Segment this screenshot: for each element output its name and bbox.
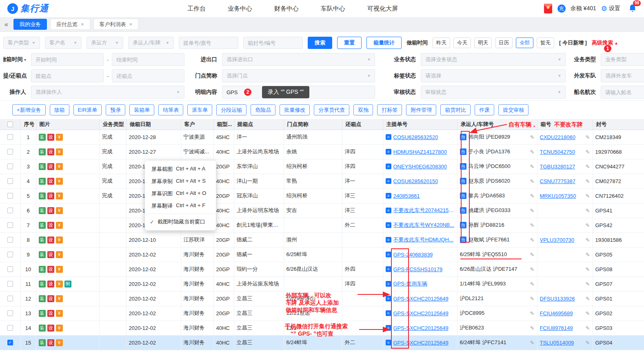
badge-set[interactable]: 设 bbox=[47, 295, 54, 302]
badge-load[interactable]: 装 bbox=[39, 310, 46, 317]
badge-set[interactable]: 设 bbox=[47, 251, 54, 258]
badge-load[interactable]: 装 bbox=[39, 148, 46, 155]
bill-link[interactable]: COSU6285632520 bbox=[393, 134, 438, 140]
bill-link[interactable]: GPS-SXCHC20125649 bbox=[393, 296, 449, 302]
row-checkbox[interactable]: ✓ bbox=[7, 340, 13, 345]
boxing-time-filter-label[interactable]: 做箱时间▾ bbox=[3, 56, 31, 63]
badge-load[interactable]: 装 bbox=[39, 339, 46, 346]
edit-icon[interactable]: ✎ bbox=[586, 134, 590, 140]
row-checkbox[interactable] bbox=[7, 237, 13, 243]
badge-load[interactable]: 装 bbox=[39, 178, 46, 185]
badge-load[interactable]: 装 bbox=[39, 251, 46, 258]
outsource-fleet-select[interactable]: 选择外发车 bbox=[601, 69, 644, 82]
edit-icon[interactable]: ✎ bbox=[530, 237, 535, 243]
bill-link[interactable]: GPS-SXCHC20125649 bbox=[393, 310, 449, 316]
toolbar-button-11[interactable]: 分享货代查 bbox=[314, 104, 349, 115]
toolbar-button-13[interactable]: 打标签 bbox=[377, 104, 402, 115]
reset-button[interactable]: 重置 bbox=[337, 37, 362, 49]
toolbar-button-14[interactable]: 附件管理 bbox=[406, 104, 436, 115]
edit-icon[interactable]: ✎ bbox=[530, 266, 535, 272]
edit-icon[interactable]: ✎ bbox=[530, 325, 535, 331]
edit-icon[interactable]: ✎ bbox=[530, 222, 535, 228]
edit-icon[interactable]: ✎ bbox=[530, 281, 535, 287]
row-checkbox[interactable] bbox=[7, 252, 13, 257]
row1-input-1[interactable] bbox=[179, 37, 238, 49]
toolbar-button-9[interactable]: 危险品 bbox=[251, 104, 275, 115]
row-checkbox[interactable] bbox=[7, 193, 13, 199]
edit-icon[interactable]: ✎ bbox=[530, 296, 535, 302]
edit-icon[interactable]: ✎ bbox=[586, 266, 590, 272]
edit-icon[interactable]: ✎ bbox=[530, 178, 535, 184]
row-checkbox[interactable] bbox=[7, 296, 13, 301]
badge-fee[interactable]: ¥ bbox=[56, 266, 63, 273]
edit-icon[interactable]: ✎ bbox=[586, 208, 590, 214]
badge-set[interactable]: 设 bbox=[47, 237, 54, 243]
red-envelope-icon[interactable] bbox=[544, 3, 553, 14]
toolbar-button-6[interactable]: 结算表 bbox=[158, 104, 183, 115]
edit-icon[interactable]: ✎ bbox=[530, 340, 535, 346]
badge-fee[interactable]: ¥ bbox=[56, 207, 63, 214]
bill-link[interactable]: GPS-SXCHC20125649 bbox=[393, 325, 449, 331]
badge-fee[interactable]: ¥ bbox=[56, 325, 63, 332]
recharge-icon[interactable]: 充 bbox=[557, 4, 566, 13]
box-number-link[interactable]: CXDU2218060 bbox=[540, 134, 584, 140]
bill-link[interactable]: 不要改此车号HDMUQH... bbox=[393, 236, 453, 243]
tag-status-select[interactable]: 请选择▼ bbox=[421, 69, 566, 82]
box-number-link[interactable]: MRKU1057350 bbox=[540, 193, 584, 199]
ctx-menu-item-2[interactable]: 屏幕录制Ctrl + Alt + S bbox=[145, 175, 216, 188]
edit-icon[interactable]: ✎ bbox=[586, 252, 590, 258]
badge-load[interactable]: 装 bbox=[39, 192, 46, 199]
badge-set[interactable]: 设 bbox=[47, 325, 54, 332]
edit-icon[interactable]: ✎ bbox=[586, 340, 590, 346]
bill-link[interactable]: GPS-查询车辆 bbox=[393, 280, 428, 287]
edit-icon[interactable]: ✎ bbox=[586, 178, 590, 184]
gate-select[interactable]: 选择门点▼ bbox=[222, 69, 375, 82]
badge-load[interactable]: 装 bbox=[39, 237, 46, 243]
edit-icon[interactable]: ✎ bbox=[530, 193, 535, 199]
badge-fee[interactable]: ¥ bbox=[56, 295, 63, 302]
toolbar-button-5[interactable]: 装箱单 bbox=[129, 104, 154, 115]
box-number-link[interactable]: VPLU3700730 bbox=[540, 237, 584, 243]
bill-link[interactable]: ONEYSH0EG6208300 bbox=[393, 164, 447, 170]
ctx-menu-item-3[interactable]: 屏幕识图Ctrl + Alt + O bbox=[145, 188, 216, 200]
edit-icon[interactable]: ✎ bbox=[530, 134, 535, 140]
edit-icon[interactable]: ✎ bbox=[586, 325, 590, 331]
notification-bell[interactable]: 99 bbox=[628, 4, 637, 14]
badge-set[interactable]: 设 bbox=[47, 207, 54, 214]
badge-fee[interactable]: ¥ bbox=[56, 281, 63, 287]
bill-link[interactable]: 240853661 bbox=[393, 193, 420, 199]
business-status-select[interactable]: 选择业务状态▼ bbox=[421, 53, 566, 66]
box-number-link[interactable]: TGBU3280127 bbox=[540, 164, 584, 170]
row-checkbox[interactable] bbox=[7, 208, 13, 213]
tab-3[interactable]: 客户利润表× bbox=[93, 19, 139, 30]
edit-icon[interactable]: ✎ bbox=[586, 310, 590, 316]
bill-link[interactable]: 不要改此车号207442156... bbox=[393, 207, 455, 214]
badge-fee[interactable]: ¥ bbox=[56, 339, 63, 346]
ctx-menu-item-hide-window[interactable]: ✓ 截图时隐藏当前窗口 bbox=[145, 216, 216, 228]
badge-fee[interactable]: ¥ bbox=[56, 163, 63, 170]
badge-fee[interactable]: ¥ bbox=[56, 310, 63, 317]
row1-select-1[interactable]: 客户类型▼ bbox=[3, 37, 40, 49]
edit-icon[interactable]: ✎ bbox=[586, 193, 590, 199]
toolbar-button-7[interactable]: 派车单 bbox=[187, 104, 212, 115]
operator-select[interactable]: 选择操作人▼ bbox=[31, 86, 184, 99]
ctx-menu-item-1[interactable]: 屏幕截图Ctrl + Alt + A bbox=[145, 163, 216, 175]
row-checkbox[interactable] bbox=[7, 178, 13, 184]
row1-select-3[interactable]: 承运方▼ bbox=[87, 37, 123, 49]
badge-fee[interactable]: ¥ bbox=[56, 134, 63, 141]
quick-date-button-6[interactable]: 暂无 bbox=[537, 38, 554, 48]
quick-date-button-4[interactable]: 日历 bbox=[495, 38, 513, 48]
quick-date-button-2[interactable]: 今天 bbox=[453, 38, 471, 48]
badge-set[interactable]: 设 bbox=[47, 222, 54, 229]
box-number-link[interactable]: TSLU0514009 bbox=[540, 340, 584, 346]
toolbar-button-1[interactable]: +新增业务 bbox=[12, 104, 46, 115]
tab-close-icon[interactable]: × bbox=[129, 21, 133, 27]
badge-fee[interactable]: ¥ bbox=[56, 222, 63, 229]
collapse-tabs-icon[interactable]: « bbox=[2, 21, 10, 28]
search-button[interactable]: 搜索 bbox=[308, 37, 332, 49]
row-checkbox[interactable] bbox=[7, 134, 13, 140]
box-number-link[interactable]: FCIU4695689 bbox=[540, 310, 584, 316]
box-number-link[interactable]: DFSU3133926 bbox=[540, 296, 584, 302]
row1-input-2[interactable] bbox=[243, 37, 303, 49]
toolbar-button-3[interactable]: EIR派单 bbox=[73, 104, 102, 115]
